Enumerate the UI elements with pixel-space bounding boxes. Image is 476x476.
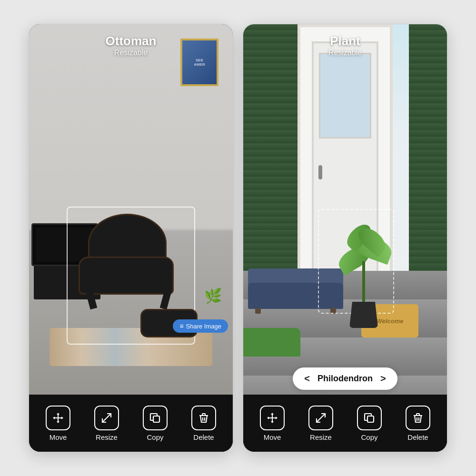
ottoman-copy-label: Copy bbox=[147, 433, 163, 441]
ar-plant[interactable] bbox=[333, 233, 395, 328]
item-name-plant: Plant bbox=[328, 34, 362, 49]
ottoman-delete-label: Delete bbox=[193, 433, 214, 441]
plant-phone: Welcome bbox=[243, 24, 447, 452]
share-image-label: Share Image bbox=[186, 323, 221, 330]
sofa-body bbox=[248, 283, 343, 309]
next-variety-button[interactable]: > bbox=[380, 373, 386, 384]
copy-icon-ottoman bbox=[143, 406, 168, 430]
ottoman-phone: SEEAMER Ottoman Resizable bbox=[29, 24, 233, 452]
ottoman-toolbar: Move Resize bbox=[29, 395, 233, 452]
svg-line-6 bbox=[317, 414, 325, 422]
ottoman-move-label: Move bbox=[50, 433, 67, 441]
decorative-plant bbox=[204, 280, 223, 309]
resize-icon-plant bbox=[308, 406, 333, 430]
move-icon-ottoman bbox=[46, 406, 70, 430]
door-handle bbox=[318, 165, 322, 179]
grass bbox=[243, 328, 300, 357]
ottoman-copy-button[interactable]: Copy bbox=[136, 406, 174, 441]
ottoman-scene: SEEAMER Ottoman Resizable bbox=[29, 24, 233, 395]
ottoman-resize-label: Resize bbox=[96, 433, 118, 441]
plant-copy-button[interactable]: Copy bbox=[350, 406, 388, 441]
item-sub-plant: Resizable bbox=[328, 49, 362, 57]
sofa-leg-left bbox=[255, 308, 261, 314]
main-container: SEEAMER Ottoman Resizable bbox=[0, 0, 476, 476]
share-icon: ≡ bbox=[179, 322, 183, 330]
variety-name: Philodendron bbox=[317, 374, 373, 384]
svg-rect-9 bbox=[416, 414, 419, 416]
plant-move-button[interactable]: Move bbox=[253, 406, 291, 441]
svg-rect-7 bbox=[367, 416, 374, 422]
resize-icon-ottoman bbox=[94, 406, 119, 430]
variety-selector: < Philodendron > bbox=[293, 367, 397, 390]
plant-toolbar: Move Resize bbox=[243, 395, 447, 452]
plant-copy-label: Copy bbox=[361, 433, 377, 441]
plant-resize-button[interactable]: Resize bbox=[302, 406, 340, 441]
plant-delete-label: Delete bbox=[407, 433, 428, 441]
plant-move-label: Move bbox=[264, 433, 281, 441]
delete-icon-ottoman bbox=[191, 406, 216, 430]
outdoor-sofa bbox=[248, 271, 343, 309]
copy-icon-plant bbox=[357, 406, 382, 430]
plant-pot bbox=[349, 302, 378, 328]
item-overlay-label-plant: Plant Resizable bbox=[328, 34, 362, 57]
ottoman-resize-button[interactable]: Resize bbox=[88, 406, 126, 441]
plant-delete-button[interactable]: Delete bbox=[399, 406, 437, 441]
ottoman-move-button[interactable]: Move bbox=[39, 406, 77, 441]
svg-rect-1 bbox=[153, 416, 159, 422]
prev-variety-button[interactable]: < bbox=[304, 373, 310, 384]
item-overlay-label: Ottoman Resizable bbox=[106, 34, 157, 57]
house-siding-right bbox=[409, 24, 447, 300]
delete-icon-plant bbox=[406, 406, 430, 430]
svg-line-0 bbox=[102, 414, 111, 422]
ottoman-delete-button[interactable]: Delete bbox=[185, 406, 223, 441]
svg-rect-3 bbox=[202, 414, 205, 416]
chair-seat bbox=[79, 257, 174, 295]
wall-painting: SEEAMER bbox=[180, 39, 218, 86]
share-image-button[interactable]: ≡ Share Image bbox=[173, 319, 228, 333]
plant-resize-label: Resize bbox=[310, 433, 332, 441]
plant-scene: Welcome bbox=[243, 24, 447, 395]
item-sub-ottoman: Resizable bbox=[106, 49, 157, 57]
move-icon-plant bbox=[260, 406, 285, 430]
chair-body bbox=[79, 214, 183, 309]
item-name-ottoman: Ottoman bbox=[106, 34, 157, 49]
door-window bbox=[319, 53, 371, 139]
